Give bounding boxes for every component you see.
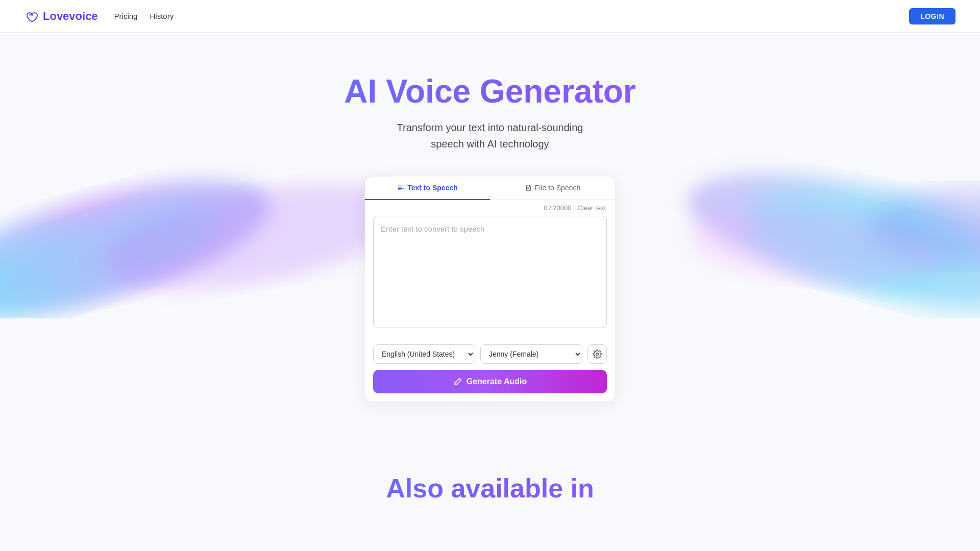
tab-text-to-speech[interactable]: Text to Speech: [365, 177, 490, 200]
char-count-row: 0 / 20000 Clear text: [373, 200, 607, 216]
hero-subtitle: Transform your text into natural-soundin…: [12, 119, 968, 152]
nav-left: Lovevoice Pricing History: [24, 9, 174, 23]
tab-file-to-speech[interactable]: File to Speech: [490, 177, 615, 200]
nav-history[interactable]: History: [150, 12, 174, 20]
language-select[interactable]: English (United States) Spanish French G…: [373, 344, 475, 364]
voice-select[interactable]: Jenny (Female) Guy (Male) Aria (Female) …: [480, 344, 582, 364]
tab-bar: Text to Speech File to Speech: [365, 177, 615, 200]
wand-icon: [453, 377, 462, 386]
speech-textarea[interactable]: [373, 216, 607, 328]
char-count: 0 / 20000: [544, 204, 571, 212]
clear-text-button[interactable]: Clear text: [577, 204, 606, 212]
svg-point-7: [596, 353, 599, 356]
bottom-title: Also available in: [12, 473, 968, 504]
textarea-section: 0 / 20000 Clear text: [365, 200, 615, 338]
logo-text: Lovevoice: [43, 10, 98, 23]
logo[interactable]: Lovevoice: [24, 9, 98, 23]
nav-links: Pricing History: [114, 12, 174, 20]
text-tab-icon: [397, 184, 404, 191]
settings-button[interactable]: [587, 344, 607, 364]
logo-icon: [24, 9, 39, 23]
nav-pricing[interactable]: Pricing: [114, 12, 138, 20]
login-button[interactable]: LOGIN: [909, 8, 955, 24]
hero-section: AI Voice Generator Transform your text i…: [0, 33, 980, 432]
hero-title: AI Voice Generator: [12, 73, 968, 109]
generate-audio-button[interactable]: Generate Audio: [373, 370, 607, 393]
file-tab-icon: [525, 184, 532, 191]
gear-icon: [593, 349, 602, 359]
main-card: Text to Speech File to Speech 0 / 20000 …: [365, 177, 615, 402]
controls-row: English (United States) Spanish French G…: [365, 338, 615, 364]
navbar: Lovevoice Pricing History LOGIN: [0, 0, 980, 33]
bottom-section: Also available in: [0, 432, 980, 504]
card-wrapper: Text to Speech File to Speech 0 / 20000 …: [12, 177, 968, 402]
